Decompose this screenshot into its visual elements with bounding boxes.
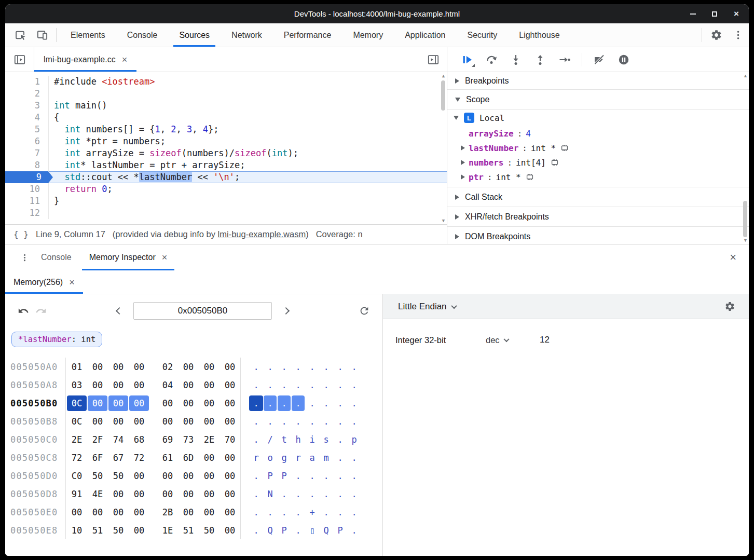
- resume-script-icon[interactable]: [458, 50, 476, 69]
- ascii-char[interactable]: .: [347, 398, 361, 408]
- drawer-menu-icon[interactable]: [17, 244, 32, 270]
- devtools-tab-application[interactable]: Application: [394, 23, 456, 47]
- hex-byte[interactable]: 00: [178, 398, 199, 408]
- hex-byte[interactable]: 67: [108, 453, 129, 463]
- devtools-tab-console[interactable]: Console: [116, 23, 169, 47]
- ascii-char[interactable]: .: [347, 471, 361, 481]
- scope-variable-arraysize[interactable]: arraySize: 4: [447, 126, 749, 141]
- hex-byte[interactable]: 10: [66, 525, 87, 536]
- hex-byte[interactable]: 00: [129, 489, 149, 499]
- ascii-char[interactable]: .: [263, 362, 277, 372]
- highlighted-memory-chip[interactable]: *lastNumber: int: [11, 332, 102, 347]
- hex-byte[interactable]: 2B: [157, 507, 178, 517]
- ascii-char[interactable]: .: [347, 507, 361, 517]
- hex-byte[interactable]: 00: [129, 507, 149, 517]
- ascii-char[interactable]: .: [291, 380, 305, 390]
- file-tab-close-icon[interactable]: ×: [122, 55, 128, 64]
- ascii-char[interactable]: .: [263, 380, 277, 390]
- ascii-char[interactable]: .: [305, 416, 319, 427]
- hex-byte[interactable]: 00: [178, 380, 199, 390]
- more-options-icon[interactable]: [727, 23, 749, 47]
- scope-variable-ptr[interactable]: ptr: int *: [447, 170, 749, 184]
- line-number[interactable]: 10: [5, 183, 49, 195]
- hex-byte[interactable]: 2E: [66, 434, 87, 445]
- hex-byte[interactable]: 70: [220, 434, 240, 445]
- memory-view-tab-close-icon[interactable]: ×: [69, 278, 75, 287]
- redo-icon[interactable]: [32, 302, 50, 320]
- hex-byte[interactable]: 00: [129, 380, 149, 390]
- line-number[interactable]: 7: [5, 147, 49, 159]
- hex-byte[interactable]: 00: [129, 416, 149, 427]
- drawer-close-icon[interactable]: ×: [730, 244, 736, 270]
- devtools-tab-elements[interactable]: Elements: [60, 23, 116, 47]
- section-breakpoints[interactable]: Breakpoints: [447, 72, 749, 90]
- line-number[interactable]: 2: [5, 88, 49, 100]
- hex-byte[interactable]: 51: [87, 525, 108, 536]
- section-dom-breakpoints[interactable]: DOM Breakpoints: [447, 227, 749, 244]
- hex-byte[interactable]: 00: [220, 416, 240, 427]
- ascii-char[interactable]: .: [291, 471, 305, 481]
- devtools-tab-memory[interactable]: Memory: [342, 23, 394, 47]
- hex-byte[interactable]: 51: [178, 525, 199, 536]
- ascii-char[interactable]: m: [319, 453, 333, 463]
- ascii-char[interactable]: .: [277, 398, 291, 408]
- hex-byte[interactable]: 00: [129, 362, 149, 372]
- ascii-char[interactable]: .: [319, 380, 333, 390]
- ascii-char[interactable]: P: [277, 471, 291, 481]
- previous-page-icon[interactable]: [111, 302, 128, 320]
- ascii-char[interactable]: .: [333, 507, 347, 517]
- hex-byte[interactable]: 72: [66, 453, 87, 463]
- hex-byte[interactable]: 69: [157, 434, 178, 445]
- hex-byte[interactable]: 00: [157, 416, 178, 427]
- ascii-char[interactable]: .: [263, 398, 277, 408]
- sidebar-scrollbar[interactable]: ▲ ▼: [742, 72, 749, 244]
- close-button[interactable]: ×: [732, 10, 741, 18]
- ascii-char[interactable]: o: [263, 453, 277, 463]
- ascii-char[interactable]: .: [249, 525, 263, 536]
- ascii-char[interactable]: .: [249, 434, 263, 445]
- devtools-tab-sources[interactable]: Sources: [168, 23, 221, 47]
- step-out-icon[interactable]: [531, 50, 550, 69]
- hex-byte[interactable]: 50: [108, 525, 129, 536]
- ascii-char[interactable]: .: [277, 507, 291, 517]
- scope-local-group[interactable]: L Local: [447, 110, 749, 126]
- code-line[interactable]: 2: [5, 88, 447, 100]
- ascii-char[interactable]: .: [305, 362, 319, 372]
- scope-variable-numbers[interactable]: numbers: int[4]: [447, 155, 749, 170]
- section-call-stack[interactable]: Call Stack: [447, 187, 749, 207]
- hex-byte[interactable]: 00: [108, 362, 129, 372]
- hex-byte[interactable]: 00: [157, 398, 178, 408]
- hex-byte[interactable]: 00: [87, 416, 108, 427]
- ascii-char[interactable]: .: [277, 362, 291, 372]
- code-line[interactable]: 10 return 0;: [5, 183, 447, 195]
- hex-byte[interactable]: 00: [220, 507, 240, 517]
- ascii-char[interactable]: Q: [263, 525, 277, 536]
- hex-byte[interactable]: 00: [129, 471, 149, 481]
- hex-byte[interactable]: C0: [66, 471, 87, 481]
- hex-byte[interactable]: 2F: [87, 434, 108, 445]
- devtools-tab-lighthouse[interactable]: Lighthouse: [508, 23, 570, 47]
- ascii-char[interactable]: .: [319, 362, 333, 372]
- ascii-char[interactable]: .: [333, 416, 347, 427]
- scroll-down-icon[interactable]: ▼: [440, 218, 447, 223]
- ascii-char[interactable]: .: [277, 416, 291, 427]
- hex-byte[interactable]: 00: [108, 507, 129, 517]
- hide-debugger-sidebar-icon[interactable]: [420, 47, 447, 72]
- interpreter-settings-gear-icon[interactable]: [724, 301, 735, 312]
- show-navigator-icon[interactable]: [5, 47, 34, 72]
- section-scope[interactable]: Scope: [447, 90, 749, 110]
- hex-byte[interactable]: 00: [220, 380, 240, 390]
- ascii-char[interactable]: .: [249, 398, 263, 408]
- ascii-char[interactable]: s: [319, 434, 333, 445]
- ascii-char[interactable]: .: [319, 416, 333, 427]
- hex-byte[interactable]: 2E: [199, 434, 220, 445]
- line-number[interactable]: 1: [5, 76, 49, 88]
- devtools-tab-performance[interactable]: Performance: [273, 23, 342, 47]
- endianness-select[interactable]: Little Endian: [398, 302, 447, 312]
- pause-on-exceptions-icon[interactable]: [614, 50, 633, 69]
- ascii-char[interactable]: /: [263, 434, 277, 445]
- section-xhr-breakpoints[interactable]: XHR/fetch Breakpoints: [447, 207, 749, 227]
- hex-byte[interactable]: 00: [178, 362, 199, 372]
- ascii-char[interactable]: .: [333, 398, 347, 408]
- ascii-char[interactable]: .: [249, 507, 263, 517]
